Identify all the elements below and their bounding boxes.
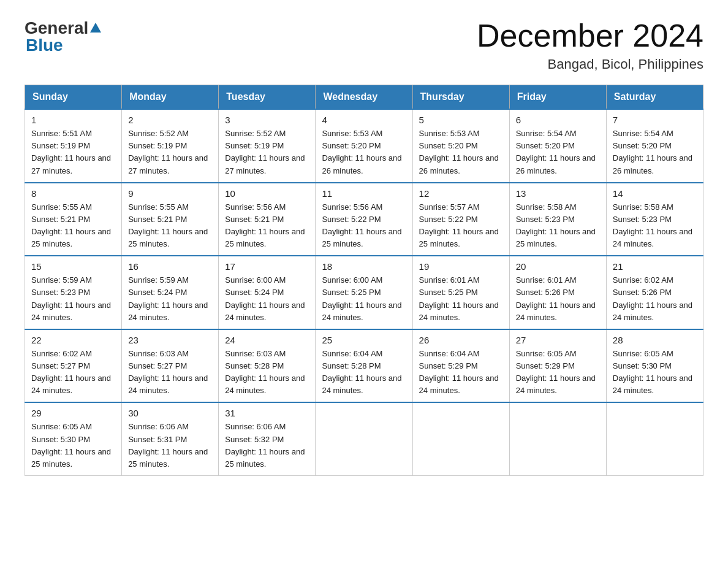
day-number: 18 <box>322 261 406 272</box>
calendar-cell: 4 Sunrise: 5:53 AM Sunset: 5:20 PM Dayli… <box>316 109 412 183</box>
calendar-header-row: SundayMondayTuesdayWednesdayThursdayFrid… <box>25 85 703 110</box>
sunset-label: Sunset: 5:28 PM <box>225 361 284 370</box>
sunrise-label: Sunrise: 6:05 AM <box>613 349 673 358</box>
calendar-cell: 2 Sunrise: 5:52 AM Sunset: 5:19 PM Dayli… <box>122 109 219 183</box>
page-header: General Blue December 2024 Bangad, Bicol… <box>25 18 703 72</box>
sunrise-label: Sunrise: 5:54 AM <box>516 129 577 138</box>
sunset-label: Sunset: 5:25 PM <box>322 288 381 297</box>
day-number: 21 <box>613 261 697 272</box>
day-info: Sunrise: 6:05 AM Sunset: 5:30 PM Dayligh… <box>31 421 115 470</box>
daylight-label: Daylight: 11 hours and 24 minutes. <box>31 301 111 322</box>
day-info: Sunrise: 5:58 AM Sunset: 5:23 PM Dayligh… <box>613 201 697 251</box>
calendar-cell: 30 Sunrise: 6:06 AM Sunset: 5:31 PM Dayl… <box>122 402 219 475</box>
sunrise-label: Sunrise: 6:02 AM <box>31 349 92 358</box>
daylight-label: Daylight: 11 hours and 24 minutes. <box>613 227 692 248</box>
daylight-label: Daylight: 11 hours and 25 minutes. <box>225 227 305 248</box>
sunrise-label: Sunrise: 5:59 AM <box>31 275 92 285</box>
week-row-1: 1 Sunrise: 5:51 AM Sunset: 5:19 PM Dayli… <box>25 109 703 183</box>
calendar-cell <box>412 402 509 475</box>
daylight-label: Daylight: 11 hours and 24 minutes. <box>419 373 499 395</box>
sunrise-label: Sunrise: 5:59 AM <box>128 275 189 285</box>
sunrise-label: Sunrise: 5:54 AM <box>613 129 673 138</box>
day-number: 14 <box>613 188 697 199</box>
calendar-cell: 11 Sunrise: 5:56 AM Sunset: 5:22 PM Dayl… <box>316 183 412 256</box>
sunset-label: Sunset: 5:19 PM <box>31 141 90 150</box>
day-info: Sunrise: 5:59 AM Sunset: 5:24 PM Dayligh… <box>128 274 212 324</box>
day-info: Sunrise: 6:03 AM Sunset: 5:27 PM Dayligh… <box>128 348 212 397</box>
day-info: Sunrise: 5:56 AM Sunset: 5:21 PM Dayligh… <box>225 201 309 251</box>
day-number: 3 <box>225 115 309 125</box>
week-row-2: 8 Sunrise: 5:55 AM Sunset: 5:21 PM Dayli… <box>25 183 703 256</box>
sunrise-label: Sunrise: 6:06 AM <box>128 422 189 431</box>
sunset-label: Sunset: 5:32 PM <box>225 435 284 444</box>
day-number: 17 <box>225 261 309 272</box>
day-info: Sunrise: 6:04 AM Sunset: 5:29 PM Dayligh… <box>419 348 503 397</box>
calendar-cell: 1 Sunrise: 5:51 AM Sunset: 5:19 PM Dayli… <box>25 109 122 183</box>
day-info: Sunrise: 6:05 AM Sunset: 5:30 PM Dayligh… <box>613 348 697 397</box>
calendar-cell: 3 Sunrise: 5:52 AM Sunset: 5:19 PM Dayli… <box>219 109 316 183</box>
sunrise-label: Sunrise: 5:55 AM <box>128 202 189 212</box>
daylight-label: Daylight: 11 hours and 24 minutes. <box>322 301 401 322</box>
day-info: Sunrise: 5:56 AM Sunset: 5:22 PM Dayligh… <box>322 201 406 251</box>
sunrise-label: Sunrise: 6:01 AM <box>516 275 577 285</box>
calendar-cell: 31 Sunrise: 6:06 AM Sunset: 5:32 PM Dayl… <box>219 402 316 475</box>
sunset-label: Sunset: 5:25 PM <box>419 288 478 297</box>
daylight-label: Daylight: 11 hours and 24 minutes. <box>322 373 401 395</box>
sunrise-label: Sunrise: 5:56 AM <box>322 202 382 212</box>
day-info: Sunrise: 6:03 AM Sunset: 5:28 PM Dayligh… <box>225 348 309 397</box>
daylight-label: Daylight: 11 hours and 25 minutes. <box>128 447 208 469</box>
calendar-header-thursday: Thursday <box>412 85 509 110</box>
sunset-label: Sunset: 5:21 PM <box>225 215 284 224</box>
daylight-label: Daylight: 11 hours and 25 minutes. <box>516 227 596 248</box>
calendar-header-wednesday: Wednesday <box>316 85 412 110</box>
sunset-label: Sunset: 5:20 PM <box>516 141 575 150</box>
sunset-label: Sunset: 5:24 PM <box>128 288 187 297</box>
day-number: 6 <box>516 115 600 125</box>
sunset-label: Sunset: 5:27 PM <box>128 361 187 370</box>
sunset-label: Sunset: 5:19 PM <box>225 141 284 150</box>
day-info: Sunrise: 5:51 AM Sunset: 5:19 PM Dayligh… <box>31 128 115 177</box>
sunrise-label: Sunrise: 6:05 AM <box>516 349 577 358</box>
sunset-label: Sunset: 5:21 PM <box>31 215 90 224</box>
sunrise-label: Sunrise: 5:55 AM <box>31 202 92 212</box>
day-info: Sunrise: 6:01 AM Sunset: 5:25 PM Dayligh… <box>419 274 503 324</box>
calendar-cell: 23 Sunrise: 6:03 AM Sunset: 5:27 PM Dayl… <box>122 329 219 403</box>
daylight-label: Daylight: 11 hours and 24 minutes. <box>419 301 499 322</box>
day-number: 9 <box>128 188 212 199</box>
week-row-5: 29 Sunrise: 6:05 AM Sunset: 5:30 PM Dayl… <box>25 402 703 475</box>
day-info: Sunrise: 6:06 AM Sunset: 5:32 PM Dayligh… <box>225 421 309 470</box>
day-number: 22 <box>31 335 115 345</box>
day-number: 10 <box>225 188 309 199</box>
sunset-label: Sunset: 5:29 PM <box>419 361 478 370</box>
day-number: 7 <box>613 115 697 125</box>
day-number: 1 <box>31 115 115 125</box>
day-info: Sunrise: 5:52 AM Sunset: 5:19 PM Dayligh… <box>225 128 309 177</box>
daylight-label: Daylight: 11 hours and 27 minutes. <box>128 153 208 175</box>
day-number: 25 <box>322 335 406 345</box>
daylight-label: Daylight: 11 hours and 24 minutes. <box>225 301 305 322</box>
day-number: 12 <box>419 188 503 199</box>
location-subtitle: Bangad, Bicol, Philippines <box>477 56 703 72</box>
day-info: Sunrise: 5:58 AM Sunset: 5:23 PM Dayligh… <box>516 201 600 251</box>
sunrise-label: Sunrise: 5:52 AM <box>128 129 189 138</box>
daylight-label: Daylight: 11 hours and 27 minutes. <box>225 153 305 175</box>
sunrise-label: Sunrise: 6:04 AM <box>419 349 480 358</box>
sunrise-label: Sunrise: 6:03 AM <box>225 349 286 358</box>
day-info: Sunrise: 6:00 AM Sunset: 5:24 PM Dayligh… <box>225 274 309 324</box>
sunrise-label: Sunrise: 5:53 AM <box>322 129 382 138</box>
calendar-cell: 29 Sunrise: 6:05 AM Sunset: 5:30 PM Dayl… <box>25 402 122 475</box>
day-info: Sunrise: 5:54 AM Sunset: 5:20 PM Dayligh… <box>516 128 600 177</box>
calendar-cell <box>606 402 703 475</box>
calendar-cell: 22 Sunrise: 6:02 AM Sunset: 5:27 PM Dayl… <box>25 329 122 403</box>
week-row-4: 22 Sunrise: 6:02 AM Sunset: 5:27 PM Dayl… <box>25 329 703 403</box>
calendar-header-saturday: Saturday <box>606 85 703 110</box>
sunrise-label: Sunrise: 6:00 AM <box>322 275 382 285</box>
sunset-label: Sunset: 5:31 PM <box>128 435 187 444</box>
daylight-label: Daylight: 11 hours and 25 minutes. <box>128 227 208 248</box>
calendar-cell: 24 Sunrise: 6:03 AM Sunset: 5:28 PM Dayl… <box>219 329 316 403</box>
daylight-label: Daylight: 11 hours and 24 minutes. <box>613 373 692 395</box>
sunrise-label: Sunrise: 5:52 AM <box>225 129 286 138</box>
day-number: 29 <box>31 408 115 418</box>
daylight-label: Daylight: 11 hours and 26 minutes. <box>419 153 499 175</box>
calendar-cell: 5 Sunrise: 5:53 AM Sunset: 5:20 PM Dayli… <box>412 109 509 183</box>
